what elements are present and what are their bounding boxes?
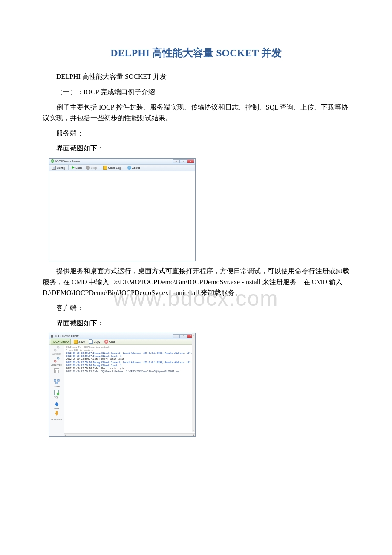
stop-icon [86, 166, 90, 170]
label: Clear [109, 340, 116, 344]
sidebar-item-sql[interactable]: SQL [54, 389, 60, 399]
log-area [49, 171, 195, 261]
about-button[interactable]: ? About [126, 165, 141, 171]
sidebar-item-upload[interactable]: Upload [53, 400, 60, 410]
clear-button[interactable]: Clear [103, 339, 117, 344]
close-button[interactable]: × [187, 159, 194, 163]
log-line: 2012-09-10 22:59:10.Debug:Client Count: … [66, 364, 193, 367]
paragraph: 客户端： [43, 303, 349, 314]
copy-icon [89, 340, 93, 344]
play-icon [72, 166, 75, 169]
maximize-button[interactable]: ▫ [180, 334, 187, 338]
app-icon [51, 159, 54, 163]
upload-icon [54, 400, 60, 406]
config-button[interactable]: Config [51, 165, 66, 171]
label: Start [75, 165, 82, 170]
clear-icon [104, 340, 108, 344]
paragraph: 提供服务和桌面方式运行，桌面方式可直接打开程序，方便日常调试，可以使用命令行注册… [43, 266, 349, 298]
copy-button[interactable]: Copy [88, 339, 101, 344]
label: Copy [94, 340, 100, 344]
separator [124, 165, 124, 170]
log-line: 2012-09-10 22:59:10.Debug:Client Connect… [66, 361, 193, 364]
paragraph: DELPHI 高性能大容量 SOCKET 并发 [43, 71, 349, 82]
log-line: 2012-09-10 22:59:07.Debug:Client Count: … [66, 355, 193, 358]
blank-icon [54, 368, 60, 374]
paragraph: （一）：IOCP 完成端口例子介绍 [43, 87, 349, 98]
connect-icon [54, 346, 60, 352]
separator [100, 165, 100, 170]
paragraph: 例子主要包括 IOCP 控件封装、服务端实现、传输协议和日志、控制、SQL 查询… [43, 102, 349, 124]
svg-line-2 [56, 348, 58, 350]
sidebar-item-download[interactable]: Download [51, 411, 61, 422]
label: Download [51, 418, 61, 422]
start-button[interactable]: Start [70, 165, 83, 171]
save-button[interactable]: Save [72, 339, 86, 344]
paragraph: 界面截图如下： [43, 318, 349, 329]
config-icon [52, 166, 56, 170]
svg-rect-9 [55, 382, 57, 384]
toolbar: Config Start Stop Clear Log ? About [49, 165, 195, 171]
label: Save [78, 340, 85, 344]
titlebar: IOCPDemo Server − ▫ × [49, 159, 195, 165]
sidebar-item-clients[interactable]: Clients [53, 379, 60, 389]
paragraph: 界面截图如下： [43, 143, 349, 154]
label: Clients [53, 385, 60, 389]
sidebar-item-disconnect[interactable]: Disconnect [51, 357, 62, 367]
label: SQL [54, 396, 59, 399]
window-title: IOCPDemo Client [55, 334, 79, 338]
svg-rect-7 [54, 379, 55, 381]
toolbar: IOCP DEMO Save Copy Clear [49, 339, 195, 345]
log-area[interactable]: SQLDebug_Fan IOCPDemo Log outputPress ES… [64, 345, 195, 436]
log-line: SQLDebug_Fan IOCPDemo Log output [66, 346, 193, 349]
label: Clear Log [108, 165, 121, 170]
about-icon: ? [127, 166, 131, 170]
client-window: ▦ IOCPDemo Client − ▫ × IOCP DEMO Save C… [49, 333, 196, 437]
log-line: 2012-09-10 22:59:07.Debug:Client Connect… [66, 352, 193, 355]
iocp-demo-badge: IOCP DEMO [51, 339, 71, 345]
sidebar: Connect Disconnect Client [49, 345, 64, 436]
save-icon [74, 340, 78, 344]
log-line: 2012-09-10 22:59:07.Info: User: admin Lo… [66, 358, 193, 361]
label: Upload [53, 407, 60, 410]
minimize-button[interactable]: − [173, 159, 180, 163]
scrollbar-horizontal[interactable] [64, 433, 195, 436]
stop-button[interactable]: Stop [85, 165, 98, 171]
titlebar: ▦ IOCPDemo Client − ▫ × [49, 333, 195, 339]
download-icon [54, 411, 60, 417]
clearlog-icon [103, 166, 107, 170]
server-window: IOCPDemo Server − ▫ × Config Start Stop … [49, 158, 196, 261]
log-line: 2012-09-10 22:59:10.Info: User: admin Lo… [66, 367, 193, 370]
maximize-button[interactable]: ▫ [180, 159, 187, 163]
window-title: IOCPDemo Server [55, 159, 80, 164]
sidebar-item-blank[interactable] [54, 368, 60, 374]
scrollbar-vertical[interactable] [192, 333, 195, 432]
svg-rect-8 [57, 379, 59, 381]
app-icon: ▦ [51, 334, 54, 338]
label: Disconnect [51, 363, 62, 367]
disconnect-icon [54, 357, 60, 363]
label: Config [57, 165, 65, 170]
clearlog-button[interactable]: Clear Log [102, 165, 122, 171]
clients-icon [54, 379, 60, 384]
document-title: DELPHI 高性能大容量 SOCKET 并发 [43, 45, 349, 61]
sidebar-item-connect[interactable]: Connect [52, 346, 61, 356]
minimize-button[interactable]: − [173, 334, 180, 338]
label: Connect [52, 352, 61, 356]
label: Stop [91, 165, 97, 170]
label: About [132, 165, 140, 170]
log-line: 2012-09-10 22:59:15.Info: SQLOpen FileNa… [66, 370, 193, 373]
paragraph: 服务端： [43, 128, 349, 139]
log-line: Press ESC to exit... [66, 349, 193, 352]
separator [68, 165, 69, 170]
client-body: Connect Disconnect Client [49, 345, 195, 436]
sql-icon [54, 389, 60, 395]
